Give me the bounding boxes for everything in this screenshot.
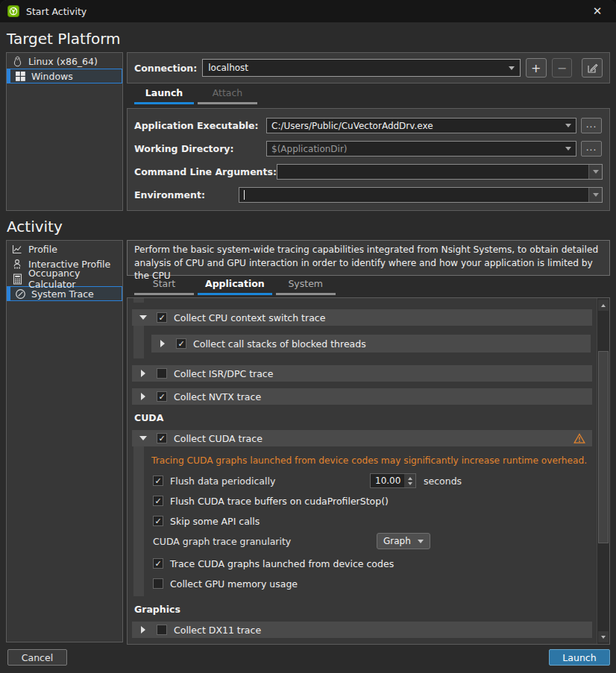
pencil-edit-icon [587, 63, 598, 74]
collapse-arrow-icon[interactable] [139, 315, 147, 320]
working-directory-label: Working Directory: [134, 143, 266, 154]
chevron-down-icon[interactable] [588, 188, 602, 202]
platform-item-windows[interactable]: Windows [7, 69, 122, 83]
warning-triangle-icon [573, 433, 585, 444]
edit-connection-button[interactable] [582, 58, 603, 78]
scrollbar-thumb[interactable] [598, 351, 609, 543]
remove-connection-button: − [552, 58, 573, 78]
system-trace-clock-icon [14, 288, 26, 300]
graph-granularity-dropdown[interactable]: Graph [377, 533, 430, 549]
cuda-trace-children: Tracing CUDA graphs launched from device… [132, 446, 592, 596]
flush-interval-unit: seconds [424, 475, 462, 487]
graph-granularity-value: Graph [383, 536, 411, 546]
activity-item-label: Profile [28, 244, 57, 255]
option-cpu-context-switch[interactable]: Collect CPU context switch trace [132, 309, 592, 326]
activity-item-profile[interactable]: Profile [7, 241, 122, 256]
linux-tux-icon [11, 55, 23, 67]
tab-application[interactable]: Application [198, 277, 272, 295]
command-line-arguments-row: Command Line Arguments: [134, 164, 603, 180]
option-cuda-trace[interactable]: Collect CUDA trace [132, 430, 592, 446]
options-scroll-viewport: Collect CPU context switch trace Collect… [128, 298, 597, 644]
browse-executable-button[interactable]: ... [581, 118, 602, 133]
target-platform-heading: Target Platform [7, 30, 121, 48]
checkbox-gpu-memory[interactable] [153, 578, 163, 589]
tab-system[interactable]: System [276, 277, 336, 295]
browse-working-directory-button[interactable]: ... [581, 141, 602, 157]
person-icon [11, 258, 23, 270]
add-connection-button[interactable]: + [526, 58, 547, 78]
connection-combobox[interactable]: localhost [202, 59, 521, 77]
activity-list: Profile Interactive Profile [6, 240, 123, 642]
application-executable-combobox[interactable]: C:/Users/Public/CuVectorAddDrv.exe [266, 118, 576, 133]
collapse-arrow-icon[interactable] [139, 436, 147, 440]
cancel-button[interactable]: Cancel [7, 649, 67, 666]
chevron-down-icon [565, 124, 571, 127]
expand-arrow-icon[interactable] [160, 340, 165, 347]
cpu-context-switch-children: Collect call stacks of blocked threads [132, 326, 592, 358]
profile-chart-icon [11, 243, 23, 255]
option-nvtx[interactable]: Collect NVTX trace [132, 388, 592, 405]
checkbox-flush-periodically[interactable] [153, 475, 163, 486]
tab-start[interactable]: Start [134, 277, 194, 295]
platform-item-label: Linux (x86_64) [28, 56, 98, 67]
expand-arrow-icon[interactable] [141, 370, 145, 377]
section-header-cuda: CUDA [134, 412, 592, 423]
chevron-down-icon [509, 66, 515, 70]
checkbox-isr-dpc[interactable] [157, 368, 167, 379]
option-flush-buffers: Flush CUDA trace buffers on cudaProfiler… [151, 494, 591, 508]
trace-options-panel: Collect CPU context switch trace Collect… [127, 297, 610, 645]
option-flush-periodically: Flush data periodically 10.00 seconds [151, 474, 591, 487]
option-isr-dpc[interactable]: Collect ISR/DPC trace [132, 365, 592, 382]
platform-item-linux[interactable]: Linux (x86_64) [7, 54, 122, 69]
working-directory-combobox[interactable]: $(ApplicationDir) [266, 141, 576, 157]
option-call-stacks[interactable]: Collect call stacks of blocked threads [151, 335, 591, 353]
calculator-icon [11, 273, 23, 285]
activity-item-occupancy-calculator[interactable]: Occupancy Calculator [7, 271, 122, 286]
expand-arrow-icon[interactable] [141, 393, 145, 400]
chevron-down-icon [565, 147, 571, 151]
activity-item-label: System Trace [31, 288, 94, 300]
working-directory-placeholder: $(ApplicationDir) [271, 144, 348, 154]
checkbox-skip-api[interactable] [153, 516, 163, 526]
option-dx11[interactable]: Collect DX11 trace [132, 622, 592, 638]
chevron-down-icon[interactable] [588, 165, 602, 179]
spinner-arrows[interactable] [404, 474, 415, 487]
environment-label: Environment: [134, 189, 239, 200]
flush-interval-spinner[interactable]: 10.00 [370, 473, 416, 488]
checkbox-nvtx[interactable] [157, 391, 167, 402]
platform-item-label: Windows [31, 71, 73, 82]
scroll-down-button[interactable] [598, 631, 609, 642]
tab-attach: Attach [198, 86, 257, 104]
command-line-arguments-combobox[interactable] [277, 164, 603, 180]
scroll-up-button[interactable] [598, 300, 609, 311]
launch-button[interactable]: Launch [549, 649, 610, 666]
cuda-graphs-warning-text: Tracing CUDA graphs launched from device… [151, 455, 591, 466]
launch-form-panel: Application Executable: C:/Users/Public/… [127, 108, 610, 211]
checkbox-call-stacks[interactable] [176, 338, 186, 349]
expand-arrow-icon[interactable] [141, 626, 145, 633]
activity-item-label: Occupancy Calculator [28, 268, 118, 290]
option-skip-api: Skip some API calls [151, 514, 591, 528]
application-executable-label: Application Executable: [134, 120, 266, 131]
spin-down-icon [408, 482, 412, 485]
command-line-arguments-label: Command Line Arguments: [134, 166, 277, 177]
checkbox-cuda-trace[interactable] [157, 433, 167, 443]
checkbox-trace-device-graphs[interactable] [153, 558, 163, 569]
indent-gutter [133, 326, 144, 358]
tab-launch[interactable]: Launch [134, 86, 194, 104]
spin-up-icon [408, 477, 412, 480]
option-graph-granularity: CUDA graph trace granularity Graph [151, 533, 591, 549]
window-titlebar: Start Activity ✕ [0, 0, 616, 22]
application-executable-row: Application Executable: C:/Users/Public/… [134, 118, 603, 133]
checkbox-dx11[interactable] [157, 625, 167, 635]
option-trace-device-graphs: Trace CUDA graphs launched from device c… [151, 557, 591, 570]
environment-combobox[interactable] [239, 187, 603, 203]
vertical-scrollbar[interactable] [597, 298, 609, 644]
checkbox-flush-buffers[interactable] [153, 496, 163, 506]
checkbox-cpu-context-switch[interactable] [157, 312, 167, 323]
activity-heading: Activity [7, 218, 63, 236]
close-icon[interactable]: ✕ [586, 0, 609, 22]
activity-tabs: Start Application System [134, 277, 336, 295]
working-directory-row: Working Directory: $(ApplicationDir) ... [134, 141, 603, 157]
indent-gutter [133, 446, 144, 596]
